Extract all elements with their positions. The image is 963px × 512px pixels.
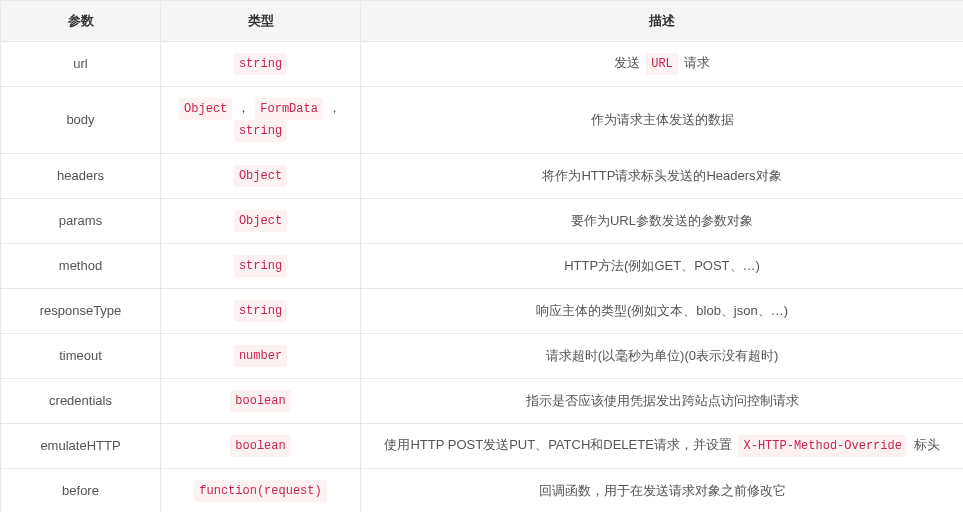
type-code: string — [234, 255, 287, 277]
param-cell: timeout — [1, 334, 161, 379]
desc-cell: 将作为HTTP请求标头发送的Headers对象 — [361, 154, 964, 199]
type-cell: number — [161, 334, 361, 379]
desc-text: 回调函数，用于在发送请求对象之前修改它 — [539, 483, 786, 498]
header-param: 参数 — [1, 1, 161, 42]
desc-cell: 要作为URL参数发送的参数对象 — [361, 199, 964, 244]
table-row: timeoutnumber请求超时(以毫秒为单位)(0表示没有超时) — [1, 334, 964, 379]
type-separator: ， — [328, 100, 341, 115]
desc-text: 请求超时(以毫秒为单位)(0表示没有超时) — [546, 348, 779, 363]
api-params-table: 参数 类型 描述 urlstring发送 URL 请求bodyObject，Fo… — [0, 0, 963, 512]
desc-text: 作为请求主体发送的数据 — [591, 112, 734, 127]
type-code: string — [234, 53, 287, 75]
param-cell: responseType — [1, 289, 161, 334]
desc-cell: 回调函数，用于在发送请求对象之前修改它 — [361, 469, 964, 513]
table-row: credentialsboolean指示是否应该使用凭据发出跨站点访问控制请求 — [1, 379, 964, 424]
param-cell: body — [1, 87, 161, 154]
table-row: beforefunction(request)回调函数，用于在发送请求对象之前修… — [1, 469, 964, 513]
desc-code: X-HTTP-Method-Override — [738, 435, 906, 457]
desc-text: 将作为HTTP请求标头发送的Headers对象 — [542, 168, 781, 183]
param-cell: method — [1, 244, 161, 289]
desc-text: 请求 — [681, 55, 711, 70]
desc-text: 指示是否应该使用凭据发出跨站点访问控制请求 — [526, 393, 799, 408]
type-code: FormData — [255, 98, 323, 120]
desc-cell: 响应主体的类型(例如文本、blob、json、…) — [361, 289, 964, 334]
desc-text: 标头 — [910, 437, 940, 452]
type-code: number — [234, 345, 287, 367]
type-code: Object — [179, 98, 232, 120]
table-row: bodyObject，FormData，string作为请求主体发送的数据 — [1, 87, 964, 154]
type-cell: string — [161, 42, 361, 87]
desc-text: HTTP方法(例如GET、POST、…) — [564, 258, 760, 273]
type-cell: Object — [161, 154, 361, 199]
type-code: Object — [234, 210, 287, 232]
header-desc: 描述 — [361, 1, 964, 42]
type-cell: Object — [161, 199, 361, 244]
desc-text: 要作为URL参数发送的参数对象 — [571, 213, 753, 228]
type-cell: string — [161, 244, 361, 289]
type-separator: ， — [237, 100, 250, 115]
desc-text: 发送 — [614, 55, 644, 70]
type-code: Object — [234, 165, 287, 187]
desc-cell: 发送 URL 请求 — [361, 42, 964, 87]
param-cell: emulateHTTP — [1, 424, 161, 469]
table-row: urlstring发送 URL 请求 — [1, 42, 964, 87]
param-cell: credentials — [1, 379, 161, 424]
header-type: 类型 — [161, 1, 361, 42]
table-row: emulateHTTPboolean使用HTTP POST发送PUT、PATCH… — [1, 424, 964, 469]
type-code: function(request) — [194, 480, 326, 502]
type-cell: string — [161, 289, 361, 334]
param-cell: headers — [1, 154, 161, 199]
desc-cell: 请求超时(以毫秒为单位)(0表示没有超时) — [361, 334, 964, 379]
desc-text: 使用HTTP POST发送PUT、PATCH和DELETE请求，并设置 — [384, 437, 735, 452]
type-code: string — [234, 300, 287, 322]
type-code: string — [234, 120, 287, 142]
table-row: methodstringHTTP方法(例如GET、POST、…) — [1, 244, 964, 289]
type-cell: boolean — [161, 379, 361, 424]
param-cell: params — [1, 199, 161, 244]
desc-cell: 指示是否应该使用凭据发出跨站点访问控制请求 — [361, 379, 964, 424]
type-cell: function(request) — [161, 469, 361, 513]
type-cell: Object，FormData，string — [161, 87, 361, 154]
desc-cell: 使用HTTP POST发送PUT、PATCH和DELETE请求，并设置 X-HT… — [361, 424, 964, 469]
desc-cell: HTTP方法(例如GET、POST、…) — [361, 244, 964, 289]
desc-text: 响应主体的类型(例如文本、blob、json、…) — [536, 303, 788, 318]
type-code: boolean — [230, 435, 290, 457]
type-code: boolean — [230, 390, 290, 412]
table-header-row: 参数 类型 描述 — [1, 1, 964, 42]
table-row: paramsObject要作为URL参数发送的参数对象 — [1, 199, 964, 244]
desc-code: URL — [646, 53, 678, 75]
param-cell: url — [1, 42, 161, 87]
table-row: responseTypestring响应主体的类型(例如文本、blob、json… — [1, 289, 964, 334]
desc-cell: 作为请求主体发送的数据 — [361, 87, 964, 154]
table-row: headersObject将作为HTTP请求标头发送的Headers对象 — [1, 154, 964, 199]
param-cell: before — [1, 469, 161, 513]
type-cell: boolean — [161, 424, 361, 469]
